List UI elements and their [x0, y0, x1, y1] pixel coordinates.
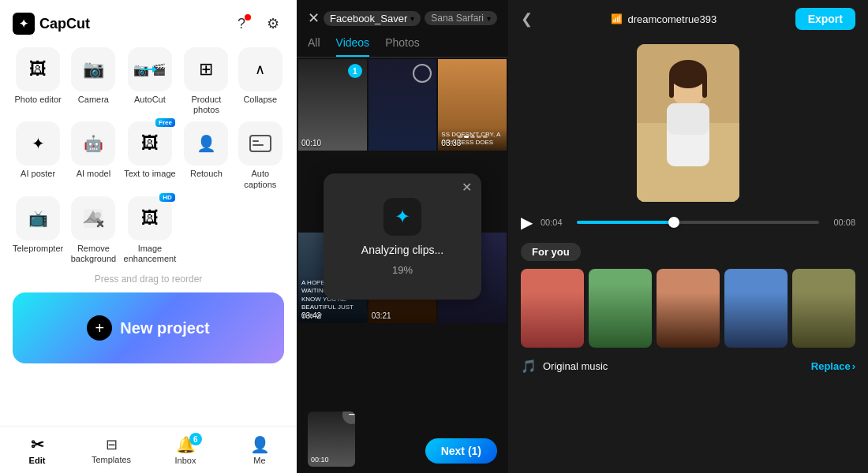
playback-controls: ▶ 00:04 00:08 — [508, 208, 868, 236]
tool-camera[interactable]: 📷 Camera — [69, 47, 117, 115]
close-button[interactable]: ✕ — [308, 9, 320, 27]
username-display: Sana Sarfari — [431, 13, 484, 24]
select-circle-2 — [413, 64, 432, 83]
text-to-image-label: Text to image — [124, 169, 175, 179]
video-thumb-1[interactable]: 1 00:10 — [298, 59, 367, 151]
capcut-logo-icon: ✦ — [395, 206, 410, 228]
ai-poster-label: AI poster — [21, 169, 55, 179]
product-photos-icon-box: ⊞ — [184, 47, 228, 91]
current-time: 00:04 — [541, 218, 569, 227]
selected-thumb[interactable]: 00:10 − — [308, 412, 355, 467]
svg-rect-14 — [669, 74, 674, 98]
selected-thumb-duration: 00:10 — [311, 456, 329, 464]
modal-close-button[interactable]: ✕ — [462, 180, 472, 195]
right-panel: ❮ 📶 dreamcometrue393 Export — [508, 0, 868, 473]
replace-button[interactable]: Replace › — [811, 360, 855, 372]
tool-image-enhancement[interactable]: HD 🖼 Image enhancement — [124, 196, 177, 264]
ai-model-label: AI model — [77, 169, 110, 179]
hd-badge: HD — [159, 193, 175, 202]
me-label: Me — [253, 456, 265, 465]
tool-collapse[interactable]: ∧ Collapse — [237, 47, 284, 115]
user-chip[interactable]: Sana Sarfari ▾ — [425, 11, 497, 25]
nav-edit[interactable]: ✂ Edit — [0, 426, 74, 473]
logo-text: CapCut — [39, 16, 90, 32]
for-you-tag[interactable]: For you — [521, 243, 581, 261]
progress-knob[interactable] — [668, 217, 679, 228]
analyzing-percent: 19% — [392, 264, 413, 276]
export-button[interactable]: Export — [795, 8, 855, 30]
text-to-image-icon-box: Free 🖼 — [128, 121, 172, 166]
tab-photos[interactable]: Photos — [385, 36, 420, 57]
inbox-label: Inbox — [175, 456, 196, 465]
music-left: 🎵 Original music — [521, 359, 608, 374]
replace-chevron: › — [852, 360, 855, 372]
rec-thumb-3[interactable] — [657, 269, 720, 348]
tool-autocut[interactable]: 📷 🎬 AutoCut — [124, 47, 177, 115]
original-music-label: Original music — [543, 360, 608, 372]
product-photos-label: Product photos — [182, 95, 230, 115]
remove-bg-label: Remove background — [69, 244, 117, 264]
progress-track[interactable] — [577, 221, 819, 224]
edit-label: Edit — [29, 456, 46, 465]
bottom-nav: ✂ Edit ⊟ Templates 🔔 6 Inbox 👤 Me — [0, 426, 297, 473]
remove-thumb-button[interactable]: − — [342, 412, 355, 424]
tool-photo-editor[interactable]: 🖼 Photo editor — [13, 47, 63, 115]
end-time: 00:08 — [827, 218, 855, 227]
help-icon[interactable]: ? — [230, 13, 253, 35]
wifi-icon: 📶 — [611, 13, 623, 24]
rec-thumb-2[interactable] — [589, 269, 652, 348]
new-project-button[interactable]: + New project — [13, 292, 284, 363]
tool-product-photos[interactable]: ⊞ Product photos — [182, 47, 230, 115]
right-user-area: 📶 dreamcometrue393 — [611, 13, 716, 25]
middle-topbar: ✕ Facebook_Saver ▾ Sana Sarfari ▾ — [297, 0, 508, 36]
photo-editor-icon-box: 🖼 — [16, 47, 60, 91]
recommendation-row — [508, 266, 868, 351]
tool-ai-model[interactable]: 🤖 AI model — [69, 121, 117, 189]
nav-templates[interactable]: ⊟ Templates — [74, 426, 148, 473]
svg-rect-0 — [250, 136, 271, 151]
project-title-chip[interactable]: Facebook_Saver ▾ — [324, 11, 421, 26]
rec-thumb-4[interactable] — [724, 269, 788, 348]
svg-point-5 — [95, 212, 101, 218]
edit-icon: ✂ — [31, 435, 44, 454]
nav-me[interactable]: 👤 Me — [223, 426, 297, 473]
tools-grid: 🖼 Photo editor 📷 Camera 📷 🎬 AutoCut — [0, 41, 297, 270]
thumb-duration-1: 00:10 — [301, 139, 321, 147]
auto-captions-icon-box — [238, 121, 282, 166]
tool-auto-captions[interactable]: Auto captions — [237, 121, 284, 189]
ai-poster-icon-box: ✦ — [16, 121, 60, 166]
tool-teleprompter[interactable]: 📺 Teleprompter — [13, 196, 63, 264]
chevron-icon: ▾ — [410, 14, 414, 23]
for-you-section: For you — [508, 236, 868, 266]
next-button[interactable]: Next (1) — [425, 438, 497, 464]
thumb-duration-5: 03:21 — [372, 311, 391, 320]
analyzing-text: Analyzing clips... — [361, 244, 443, 256]
thumb-progress-3 — [458, 136, 488, 138]
me-icon: 👤 — [250, 435, 270, 454]
nav-inbox[interactable]: 🔔 6 Inbox — [148, 426, 223, 473]
play-button[interactable]: ▶ — [521, 213, 533, 232]
back-button[interactable]: ❮ — [521, 10, 533, 28]
tab-videos[interactable]: Videos — [336, 36, 370, 57]
tool-ai-poster[interactable]: ✦ AI poster — [13, 121, 63, 189]
rec-thumb-5[interactable] — [792, 269, 855, 348]
video-thumb-2[interactable] — [369, 59, 437, 151]
remove-bg-svg — [82, 207, 104, 229]
rec-thumb-1[interactable] — [521, 269, 584, 348]
video-preview-area — [508, 38, 868, 208]
new-project-label: New project — [120, 319, 209, 337]
video-thumb-3[interactable]: SS DOESN'T CRY, A PRINCESS DOES 03:33 — [438, 59, 507, 151]
remove-bg-icon-box — [71, 196, 115, 240]
thumb-duration-4: 03:42 — [301, 311, 321, 320]
templates-icon: ⊟ — [106, 436, 118, 453]
header-icons: ? ⚙ — [230, 13, 284, 35]
tool-text-to-image[interactable]: Free 🖼 Text to image — [124, 121, 177, 189]
right-username: dreamcometrue393 — [627, 13, 716, 25]
settings-icon[interactable]: ⚙ — [262, 13, 284, 35]
tab-all[interactable]: All — [308, 36, 320, 57]
tool-retouch[interactable]: 👤 Retouch — [182, 121, 230, 189]
thumb-number-1: 1 — [348, 64, 362, 78]
camera-icon-box: 📷 — [71, 47, 115, 91]
teleprompter-icon-box: 📺 — [16, 196, 60, 240]
tool-remove-background[interactable]: Remove background — [69, 196, 117, 264]
